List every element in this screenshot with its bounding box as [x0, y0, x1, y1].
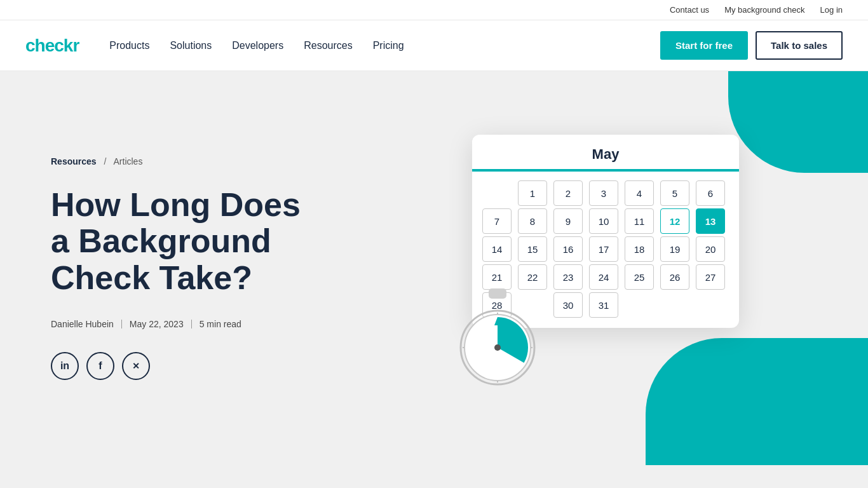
facebook-icon: f: [98, 360, 102, 372]
breadcrumb-separator: /: [104, 156, 106, 166]
calendar-day-cell: 4: [625, 180, 654, 206]
author-separator-2: [191, 320, 192, 329]
breadcrumb: Resources / Articles: [51, 156, 305, 166]
svg-point-7: [494, 344, 501, 351]
top-bar: Contact us My background check Log in: [0, 0, 868, 20]
start-free-button[interactable]: Start for free: [660, 31, 748, 60]
calendar-day-cell: 20: [696, 236, 725, 262]
author-name: Danielle Hubein: [51, 319, 114, 329]
calendar-day-cell: 31: [589, 292, 618, 318]
calendar-day-cell: 8: [518, 208, 547, 234]
nav-solutions[interactable]: Solutions: [170, 40, 212, 51]
calendar-day-cell: 15: [518, 236, 547, 262]
publish-date: May 22, 2023: [130, 319, 184, 329]
calendar-wrapper: May 123456789101112131415161718192021222…: [447, 135, 739, 402]
calendar-day-cell: 19: [660, 236, 689, 262]
author-line: Danielle Hubein May 22, 2023 5 min read: [51, 319, 305, 329]
calendar-day-cell: 30: [553, 292, 583, 318]
nav-resources[interactable]: Resources: [304, 40, 352, 51]
calendar-day-cell: 25: [625, 264, 654, 290]
calendar-day-cell: 17: [589, 236, 618, 262]
hero-right: May 123456789101112131415161718192021222…: [330, 71, 868, 465]
contact-link[interactable]: Contact us: [670, 5, 709, 15]
read-time: 5 min read: [200, 319, 241, 329]
talk-sales-button[interactable]: Talk to sales: [756, 31, 843, 60]
navbar: checkr Products Solutions Developers Res…: [0, 20, 868, 71]
facebook-share-button[interactable]: f: [86, 352, 114, 380]
calendar-day-cell: 26: [660, 264, 689, 290]
calendar-day-cell: 5: [660, 180, 689, 206]
calendar-day-cell: 23: [553, 264, 583, 290]
breadcrumb-resources[interactable]: Resources: [51, 156, 97, 166]
calendar-day-cell: 13: [696, 208, 725, 234]
calendar-day-cell: 12: [660, 208, 689, 234]
svg-rect-0: [489, 288, 506, 299]
hero-section: Resources / Articles How Long Does a Bac…: [0, 71, 868, 465]
login-link[interactable]: Log in: [820, 5, 843, 15]
calendar-day-cell: 2: [553, 180, 583, 206]
calendar-day-cell: 3: [589, 180, 618, 206]
background-check-link[interactable]: My background check: [724, 5, 804, 15]
calendar-day-cell: 27: [696, 264, 725, 290]
calendar-day-cell: 1: [518, 180, 547, 206]
calendar-day-cell: 6: [696, 180, 725, 206]
logo[interactable]: checkr: [25, 36, 79, 56]
nav-pricing[interactable]: Pricing: [373, 40, 404, 51]
linkedin-share-button[interactable]: in: [51, 352, 79, 380]
stopwatch-illustration: [447, 287, 548, 389]
nav-buttons: Start for free Talk to sales: [660, 31, 843, 60]
calendar-day-cell: 18: [625, 236, 654, 262]
calendar-day-cell: 14: [482, 236, 512, 262]
hero-left: Resources / Articles How Long Does a Bac…: [0, 71, 330, 465]
calendar-day-cell: 11: [625, 208, 654, 234]
social-icons: in f ✕: [51, 352, 305, 380]
nav-developers[interactable]: Developers: [232, 40, 283, 51]
breadcrumb-articles: Articles: [114, 156, 143, 166]
calendar-day-cell: 9: [553, 208, 583, 234]
author-separator: [121, 320, 122, 329]
calendar-month-header: May: [472, 135, 739, 172]
calendar-day-cell: 16: [553, 236, 583, 262]
nav-products[interactable]: Products: [109, 40, 149, 51]
calendar-day-cell: 22: [518, 264, 547, 290]
article-title: How Long Does a Background Check Take?: [51, 187, 305, 296]
x-share-button[interactable]: ✕: [122, 352, 150, 380]
nav-links: Products Solutions Developers Resources …: [109, 40, 660, 51]
calendar-day-cell: 7: [482, 208, 512, 234]
linkedin-icon: in: [60, 360, 69, 372]
x-icon: ✕: [132, 361, 140, 371]
calendar-day-cell: 21: [482, 264, 512, 290]
calendar-empty-cell: [482, 180, 512, 206]
calendar-day-cell: 24: [589, 264, 618, 290]
calendar-day-cell: 10: [589, 208, 618, 234]
